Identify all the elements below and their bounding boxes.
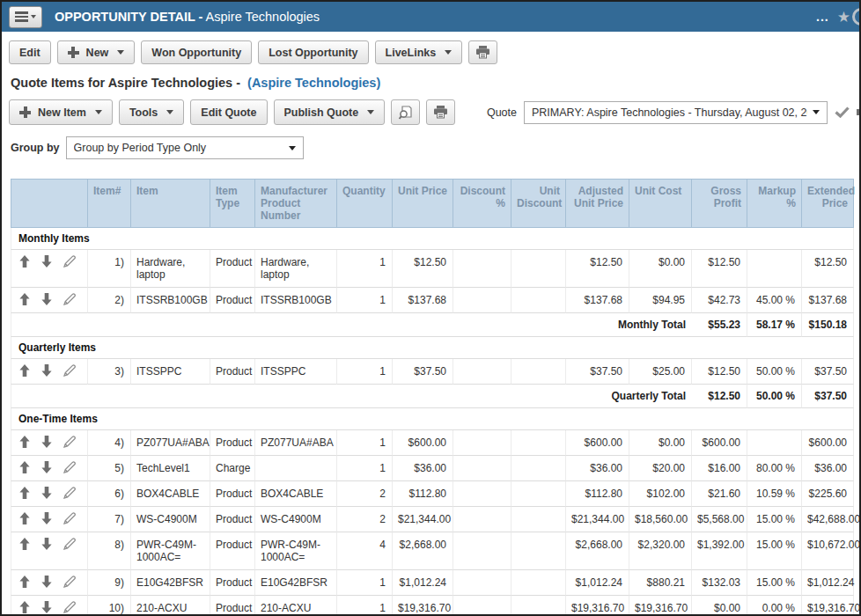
- move-down-button[interactable]: [41, 538, 52, 550]
- cell: Product: [210, 430, 255, 456]
- move-down-button[interactable]: [41, 461, 52, 473]
- cell: [511, 481, 566, 507]
- favorite-star-icon[interactable]: ★: [837, 10, 850, 25]
- cell: 45.00 %: [747, 288, 802, 313]
- cell: 4): [88, 430, 131, 456]
- cell: $37.50: [393, 359, 453, 385]
- tools-button[interactable]: Tools: [119, 99, 184, 125]
- cell: $37.50: [566, 359, 629, 385]
- move-up-button[interactable]: [19, 512, 30, 524]
- publish-quote-button[interactable]: Publish Quote: [274, 99, 386, 125]
- cell: $1,012.24: [393, 570, 453, 596]
- cell: Product: [210, 507, 255, 532]
- cell: 210-ACXU: [255, 596, 337, 616]
- printer-icon: [433, 106, 448, 119]
- move-down-button[interactable]: [41, 601, 52, 613]
- cell: 6): [88, 481, 131, 507]
- cell: $42.73: [692, 288, 747, 313]
- checkmark-icon[interactable]: [835, 106, 850, 118]
- preview-quote-button[interactable]: [391, 99, 420, 125]
- move-up-button[interactable]: [19, 255, 30, 268]
- overflow-menu-icon[interactable]: ...: [816, 12, 829, 21]
- edit-item-button[interactable]: [63, 436, 76, 448]
- total-extended_price: $37.50: [802, 385, 854, 408]
- move-down-button[interactable]: [41, 364, 52, 377]
- move-up-button[interactable]: [19, 461, 30, 473]
- total-extended_price: $150.18: [802, 313, 854, 337]
- move-down-button[interactable]: [41, 293, 52, 305]
- move-up-button[interactable]: [19, 436, 30, 448]
- move-down-button[interactable]: [41, 512, 52, 524]
- cell: $600.00: [692, 430, 747, 456]
- edit-item-button[interactable]: [63, 255, 76, 268]
- item-row: 5)TechLevel1Charge1$36.00$36.00$20.00$16…: [11, 456, 854, 481]
- column-header: [11, 179, 88, 228]
- cell: ITSSPPC: [255, 359, 337, 385]
- move-up-button[interactable]: [19, 487, 30, 499]
- edit-item-button[interactable]: [63, 487, 76, 499]
- cell: 1: [337, 430, 393, 456]
- edit-item-button[interactable]: [63, 576, 76, 588]
- main-menu-button[interactable]: [9, 6, 42, 28]
- cell: $600.00: [566, 430, 629, 456]
- edit-item-button[interactable]: [63, 364, 76, 377]
- chevron-down-icon: [117, 50, 124, 55]
- move-down-button[interactable]: [41, 487, 52, 499]
- cell: 1: [337, 570, 393, 596]
- cell: 1: [337, 359, 393, 385]
- move-down-button[interactable]: [41, 436, 52, 448]
- cell: $1,012.24: [566, 570, 629, 596]
- row-actions: [11, 250, 88, 288]
- cell: $225.60: [802, 481, 854, 507]
- edit-button[interactable]: Edit: [9, 40, 51, 64]
- edit-item-button[interactable]: [63, 512, 76, 524]
- account-link[interactable]: (Aspire Technologies): [247, 76, 380, 90]
- print-quote-button[interactable]: [426, 99, 455, 125]
- cell: Charge: [210, 456, 255, 481]
- quote-select[interactable]: PRIMARY: Aspire Technologies - Thursday,…: [524, 101, 828, 124]
- edit-item-button[interactable]: [63, 293, 76, 305]
- edit-item-button[interactable]: [63, 461, 76, 473]
- edit-item-button[interactable]: [63, 538, 76, 550]
- new-button[interactable]: New: [57, 40, 136, 64]
- move-down-button[interactable]: [41, 576, 52, 588]
- cell: [453, 250, 511, 288]
- cell: [453, 481, 511, 507]
- cell: 1: [337, 456, 393, 481]
- cell: WS-C4900M: [131, 507, 210, 532]
- print-button[interactable]: [468, 40, 497, 64]
- cell: $21,344.00: [566, 507, 629, 532]
- move-up-button[interactable]: [19, 601, 30, 613]
- cell: $137.68: [802, 288, 854, 313]
- cell: [453, 288, 511, 313]
- cell: 0.00 %: [747, 596, 802, 616]
- cell: 7): [88, 507, 131, 532]
- edit-quote-button[interactable]: Edit Quote: [190, 99, 267, 125]
- cell: $132.03: [692, 570, 747, 596]
- cell: $880.21: [629, 570, 692, 596]
- cell: $2,668.00: [566, 532, 629, 570]
- row-actions: [11, 430, 88, 456]
- cell: E10G42BFSR: [131, 570, 210, 596]
- page-title-normal: Aspire Technologies: [206, 10, 320, 24]
- cell: BOX4CABLE: [131, 481, 210, 507]
- move-up-button[interactable]: [19, 293, 30, 305]
- move-up-button[interactable]: [19, 576, 30, 588]
- row-actions: [11, 570, 88, 596]
- move-up-button[interactable]: [19, 538, 30, 550]
- lost-opportunity-button[interactable]: Lost Opportunity: [258, 40, 368, 64]
- move-down-button[interactable]: [41, 255, 52, 268]
- group-by-select[interactable]: Group by Period Type Only: [66, 136, 304, 159]
- livelinks-button[interactable]: LiveLinks: [375, 40, 463, 64]
- column-header: Markup %: [747, 179, 802, 228]
- won-opportunity-button[interactable]: Won Opportunity: [141, 40, 252, 64]
- cell: 5): [88, 456, 131, 481]
- move-up-button[interactable]: [19, 364, 30, 377]
- cell: 1: [337, 596, 393, 616]
- edit-item-button[interactable]: [63, 601, 76, 613]
- cell: $20.00: [629, 456, 692, 481]
- cell: 8): [88, 532, 131, 570]
- new-item-button[interactable]: New Item: [9, 99, 113, 125]
- column-header: Item#: [88, 179, 131, 228]
- cell: [747, 250, 802, 288]
